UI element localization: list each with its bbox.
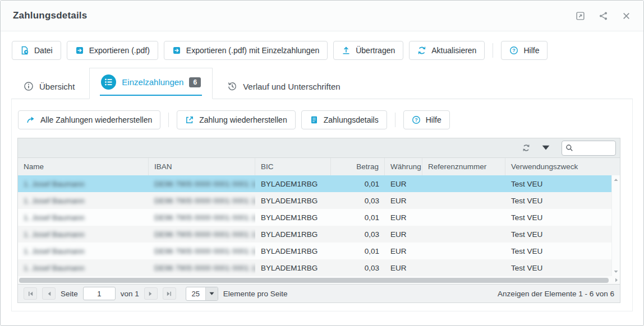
column-header-verwendungszweck[interactable]: Verwendungszweck bbox=[505, 158, 611, 175]
scroll-up-icon[interactable] bbox=[614, 178, 618, 182]
grid-menu-button[interactable] bbox=[537, 141, 555, 155]
export-pdf-icon bbox=[75, 46, 84, 55]
table-row[interactable]: 1. Josef Baumann DE96 7905 0000 0001 000… bbox=[18, 243, 611, 259]
dialog-title: Zahlungsdetails bbox=[13, 10, 87, 21]
alle-zahlungen-wiederherstellen-button[interactable]: Alle Zahlungen wiederherstellen bbox=[18, 110, 160, 129]
cell-bic: BYLADEM1RBG bbox=[255, 192, 331, 209]
table-row[interactable]: 1. Josef Baumann DE96 7905 0000 0001 000… bbox=[18, 226, 611, 243]
export-pdf-einzelzahlungen-button-label: Exportieren (.pdf) mit Einzelzahlungen bbox=[186, 46, 319, 55]
actions-separator bbox=[395, 113, 395, 127]
cell-waehrung: EUR bbox=[385, 259, 422, 276]
cell-referenznummer bbox=[422, 192, 505, 209]
cell-verwendungszweck: Test VEU bbox=[505, 259, 611, 276]
zahlung-wiederherstellen-button[interactable]: Zahlung wiederherstellen bbox=[177, 110, 295, 129]
actions-hilfe-label: Hilfe bbox=[426, 115, 441, 124]
share-icon[interactable] bbox=[599, 11, 608, 21]
grid-refresh-button[interactable] bbox=[517, 141, 535, 155]
scroll-down-icon[interactable] bbox=[614, 269, 618, 274]
cell-name: 1. Josef Baumann bbox=[18, 175, 149, 192]
table-row[interactable]: 1. Josef Baumann DE96 7905 0000 0001 000… bbox=[18, 209, 611, 226]
tab-content-panel: Alle Zahlungen wiederherstellen Zahlung … bbox=[11, 99, 633, 311]
cell-referenznummer bbox=[422, 175, 505, 192]
export-pdf-einzelzahlungen-button[interactable]: Exportieren (.pdf) mit Einzelzahlungen bbox=[164, 41, 328, 60]
cell-iban: DE96 7905 0000 0001 0001 13 bbox=[149, 226, 255, 243]
grid-body-wrap: 1. Josef Baumann DE96 7905 0000 0001 000… bbox=[18, 175, 620, 276]
payments-grid: Name IBAN BIC Betrag Währung Referenznum… bbox=[17, 138, 620, 303]
first-page-button[interactable] bbox=[24, 287, 37, 300]
horizontal-scrollbar[interactable] bbox=[18, 276, 620, 284]
grid-toolbar bbox=[18, 138, 620, 158]
upload-icon bbox=[342, 46, 351, 55]
cell-bic: BYLADEM1RBG bbox=[255, 226, 331, 243]
payment-details-icon bbox=[310, 115, 319, 124]
aktualisieren-button-label: Aktualisieren bbox=[431, 46, 476, 55]
datei-button-label: Datei bbox=[34, 46, 53, 55]
hilfe-button[interactable]: ? Hilfe bbox=[501, 41, 548, 60]
scroll-right-icon[interactable] bbox=[614, 278, 619, 282]
header-scrollbar-stub bbox=[611, 158, 620, 175]
actions-separator bbox=[168, 113, 169, 127]
prev-page-button[interactable] bbox=[42, 287, 56, 300]
export-pdf-button-label: Exportieren (.pdf) bbox=[89, 46, 150, 55]
titlebar-tools bbox=[576, 11, 631, 21]
refresh-icon bbox=[417, 46, 426, 55]
tab-count-badge: 6 bbox=[189, 77, 201, 87]
table-row[interactable]: 1. Josef Baumann DE96 7905 0000 0001 000… bbox=[18, 259, 611, 276]
uebertragen-button[interactable]: Übertragen bbox=[333, 41, 403, 60]
grid-header-row: Name IBAN BIC Betrag Währung Referenznum… bbox=[18, 158, 620, 175]
cell-verwendungszweck: Test VEU bbox=[505, 192, 611, 209]
help-icon: ? bbox=[412, 115, 421, 124]
caret-down-icon bbox=[209, 291, 214, 296]
info-icon bbox=[24, 81, 34, 91]
uebertragen-button-label: Übertragen bbox=[356, 46, 395, 55]
toolbar-separator bbox=[493, 43, 493, 58]
page-size-select[interactable]: 25 bbox=[186, 287, 218, 301]
column-header-name[interactable]: Name bbox=[18, 158, 149, 175]
datei-button[interactable]: Datei bbox=[12, 41, 61, 60]
cell-referenznummer bbox=[422, 259, 505, 276]
export-pdf-button[interactable]: Exportieren (.pdf) bbox=[67, 41, 158, 60]
horizontal-scrollbar-thumb[interactable] bbox=[19, 278, 609, 283]
zahlungsdetails-button[interactable]: Zahlungsdetails bbox=[301, 110, 387, 129]
tab-einzelzahlungen[interactable]: Einzelzahlungen 6 bbox=[89, 68, 213, 99]
actions-hilfe-button[interactable]: ? Hilfe bbox=[403, 110, 450, 129]
search-icon bbox=[565, 144, 573, 152]
table-row[interactable]: 1. Josef Baumann DE96 7905 0000 0001 000… bbox=[18, 192, 611, 209]
column-header-iban[interactable]: IBAN bbox=[149, 158, 255, 175]
cell-waehrung: EUR bbox=[385, 226, 422, 243]
cell-name: 1. Josef Baumann bbox=[18, 209, 149, 226]
aktualisieren-button[interactable]: Aktualisieren bbox=[409, 41, 485, 60]
restore-payment-icon bbox=[185, 115, 194, 124]
last-page-button[interactable] bbox=[163, 287, 176, 300]
column-header-bic[interactable]: BIC bbox=[255, 158, 331, 175]
cell-betrag: 0,03 bbox=[331, 192, 385, 209]
refresh-icon bbox=[522, 144, 530, 152]
first-page-icon bbox=[27, 291, 34, 297]
tab-uebersicht[interactable]: Übersicht bbox=[12, 75, 86, 99]
tab-einzelzahlungen-label: Einzelzahlungen bbox=[122, 77, 183, 87]
column-header-betrag[interactable]: Betrag bbox=[331, 158, 385, 175]
cell-iban: DE96 7905 0000 0001 0001 13 bbox=[149, 209, 255, 226]
pager-summary: Anzeigen der Elemente 1 - 6 von 6 bbox=[498, 290, 614, 298]
paging-toolbar: Seite von 1 25 Elemente pro Seite Anzeig… bbox=[18, 284, 620, 302]
column-header-referenznummer[interactable]: Referenznummer bbox=[422, 158, 505, 175]
page-number-input[interactable] bbox=[83, 287, 116, 300]
caret-down-icon bbox=[542, 144, 550, 152]
next-page-button[interactable] bbox=[144, 287, 158, 300]
cell-bic: BYLADEM1RBG bbox=[255, 209, 331, 226]
tab-verlauf-label: Verlauf und Unterschriften bbox=[243, 82, 340, 91]
seite-label: Seite bbox=[61, 290, 78, 298]
page-size-value: 25 bbox=[186, 287, 205, 300]
tab-verlauf-und-unterschriften[interactable]: Verlauf und Unterschriften bbox=[216, 75, 351, 99]
tab-uebersicht-label: Übersicht bbox=[39, 82, 75, 91]
cell-referenznummer bbox=[422, 209, 505, 226]
popout-icon[interactable] bbox=[576, 11, 585, 21]
cell-verwendungszweck: Test VEU bbox=[505, 226, 611, 243]
close-icon[interactable] bbox=[622, 11, 631, 21]
last-page-icon bbox=[166, 291, 172, 297]
column-header-waehrung[interactable]: Währung bbox=[385, 158, 422, 175]
vertical-scrollbar[interactable] bbox=[611, 175, 620, 276]
cell-verwendungszweck: Test VEU bbox=[505, 175, 611, 192]
cell-betrag: 0,03 bbox=[331, 259, 385, 276]
table-row[interactable]: 1. Josef Baumann DE96 7905 0000 0001 000… bbox=[18, 175, 611, 192]
